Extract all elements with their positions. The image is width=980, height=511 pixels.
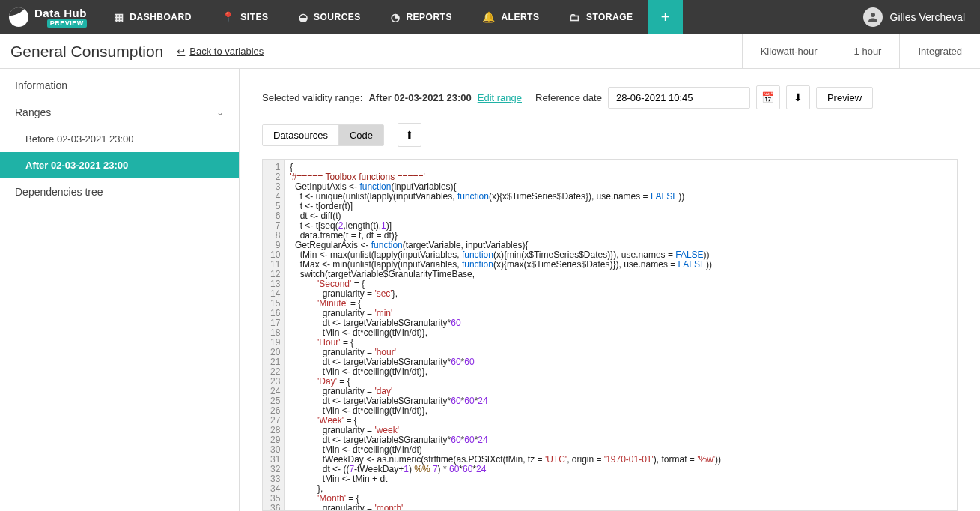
download-icon: ⬇ (794, 91, 803, 103)
validity-label: Selected validity range: (262, 92, 362, 103)
refdate-input[interactable] (608, 87, 750, 109)
nav-storage[interactable]: 🗀STORAGE (554, 0, 648, 34)
brand-badge: PREVIEW (47, 19, 87, 28)
back-icon: ↩ (177, 46, 185, 57)
back-label: Back to variables (189, 46, 264, 57)
tab-integrated[interactable]: Integrated (899, 34, 980, 68)
nav-sites[interactable]: 📍SITES (207, 0, 284, 34)
nav-alerts[interactable]: 🔔ALERTS (467, 0, 555, 34)
alerts-icon: 🔔 (482, 11, 496, 23)
calendar-button[interactable]: 📅 (756, 85, 780, 109)
code-line: t <- unique(unlist(lapply(inputVariables… (290, 192, 952, 202)
edit-range-link[interactable]: Edit range (478, 92, 522, 103)
view-segment: Datasources Code (262, 124, 384, 146)
upload-button[interactable]: ⬆ (398, 123, 421, 147)
main: InformationRanges⌄Before 02-03-2021 23:0… (0, 69, 980, 511)
content: Selected validity range: After 02-03-202… (240, 69, 980, 511)
code-line: t <- t[order(t)] (290, 202, 952, 211)
download-button[interactable]: ⬇ (786, 85, 810, 109)
sites-icon: 📍 (222, 11, 235, 23)
nav-items: ▦DASHBOARD📍SITES◒SOURCES◔REPORTS🔔ALERTS🗀… (99, 0, 648, 34)
tab-kilowatt-hour[interactable]: Kilowatt-hour (742, 34, 836, 68)
user-name: Gilles Vercheval (890, 11, 965, 23)
line-gutter: 1234567891011121314151617181920212223242… (263, 160, 285, 510)
tab-1-hour[interactable]: 1 hour (836, 34, 900, 68)
code-line: granularity = 'month' (290, 504, 952, 510)
brand-name: Data Hub (34, 7, 87, 19)
calendar-icon: 📅 (761, 91, 774, 103)
user-menu[interactable]: Gilles Vercheval (848, 7, 980, 27)
nav-reports[interactable]: ◔REPORTS (376, 0, 467, 34)
page-header: General Consumption ↩ Back to variables … (0, 34, 980, 69)
code-line: granularity = 'sec'}, (290, 289, 952, 299)
preview-button[interactable]: Preview (816, 87, 873, 109)
seg-code[interactable]: Code (338, 125, 383, 145)
refdate-label: Reference date (535, 92, 602, 103)
nav-sources[interactable]: ◒SOURCES (284, 0, 376, 34)
sources-icon: ◒ (299, 11, 308, 23)
sidebar-item-information[interactable]: Information (0, 72, 239, 99)
code-area[interactable]: {'#===== Toolbox functions =====' GetInp… (285, 160, 957, 510)
logo-icon (9, 7, 28, 27)
storage-icon: 🗀 (569, 11, 580, 23)
code-line: tMin <- dt*ceiling(tMin/dt)}, (290, 406, 952, 416)
sidebar-item-ranges[interactable]: Ranges⌄ (0, 99, 239, 126)
sidebar-item-dependencies-tree[interactable]: Dependencies tree (0, 178, 239, 205)
code-line: tMin <- tMin + dt (290, 474, 952, 484)
top-nav: Data Hub PREVIEW ▦DASHBOARD📍SITES◒SOURCE… (0, 0, 980, 34)
page-tabs: Kilowatt-hour1 hourIntegrated (742, 34, 980, 68)
code-editor[interactable]: 1234567891011121314151617181920212223242… (262, 159, 958, 511)
nav-dashboard[interactable]: ▦DASHBOARD (99, 0, 207, 34)
validity-value: After 02-03-2021 23:00 (368, 92, 471, 103)
chevron-down-icon: ⌄ (216, 107, 224, 118)
code-line: tMin <- dt*ceiling(tMin/dt)}, (290, 328, 952, 338)
sidebar-item-after-02-03-2021-23-00[interactable]: After 02-03-2021 23:00 (0, 152, 239, 178)
svg-point-0 (871, 13, 875, 17)
sidebar-item-before-02-03-2021-23-00[interactable]: Before 02-03-2021 23:00 (0, 126, 239, 152)
back-link[interactable]: ↩ Back to variables (177, 46, 264, 57)
sidebar: InformationRanges⌄Before 02-03-2021 23:0… (0, 69, 240, 511)
add-button[interactable]: + (648, 0, 683, 34)
reports-icon: ◔ (391, 11, 401, 23)
code-line: switch(targetVariable$GranularityTimeBas… (290, 270, 952, 279)
logo[interactable]: Data Hub PREVIEW (0, 7, 99, 28)
dashboard-icon: ▦ (114, 11, 124, 23)
upload-icon: ⬆ (405, 129, 414, 141)
seg-datasources[interactable]: Datasources (263, 125, 338, 145)
code-line: dt <- ((7-tWeekDay+1) %% 7) * 60*60*24 (290, 465, 952, 474)
toolbar: Selected validity range: After 02-03-202… (240, 69, 980, 159)
code-line: }, (290, 484, 952, 494)
avatar-icon (863, 7, 883, 27)
page-title: General Consumption (10, 43, 163, 61)
code-line: tMin <- dt*ceiling(tMin/dt)}, (290, 367, 952, 377)
